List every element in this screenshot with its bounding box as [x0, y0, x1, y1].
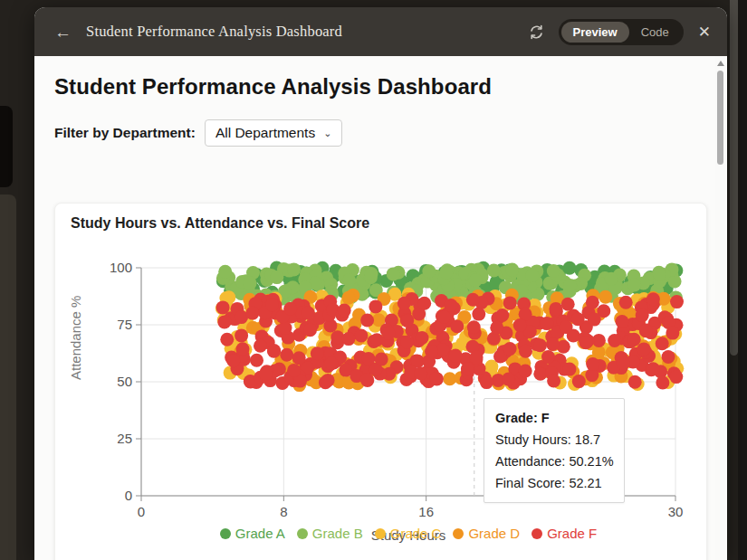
filter-row: Filter by Department: All Departments ⌄	[54, 119, 342, 147]
y-tick-label: 25	[117, 431, 132, 446]
legend-item-grade-b: Grade B	[297, 526, 363, 541]
chevron-down-icon: ⌄	[323, 128, 331, 139]
y-tick-label: 100	[110, 260, 132, 275]
x-tick-label: 0	[138, 504, 145, 519]
tooltip-attendance: Attendance: 50.21%	[495, 451, 613, 472]
legend-label: Grade C	[390, 526, 442, 541]
chart-tooltip: Grade: F Study Hours: 18.7 Attendance: 5…	[484, 398, 625, 503]
artifact-body: Student Performance Analysis Dashboard F…	[34, 56, 727, 560]
y-tick-label: 50	[117, 374, 132, 389]
legend-dot-icon	[297, 528, 308, 539]
background-right-edge	[738, 0, 747, 560]
y-tick-label: 75	[117, 317, 132, 332]
tooltip-final-score: Final Score: 52.21	[495, 472, 613, 494]
page-title: Student Performance Analysis Dashboard	[54, 74, 492, 100]
legend-label: Grade B	[312, 526, 363, 541]
x-tick-label: 16	[418, 504, 434, 519]
x-tick-label: 8	[280, 504, 287, 519]
back-button[interactable]: ←	[54, 24, 72, 41]
legend-dot-icon	[220, 528, 231, 539]
x-tick-label: 30	[668, 504, 684, 519]
legend-item-grade-a: Grade A	[220, 526, 285, 541]
legend-label: Grade A	[235, 526, 285, 541]
legend-item-grade-d: Grade D	[453, 526, 520, 541]
artifact-window: ← Student Performance Analysis Dashboard…	[34, 7, 727, 560]
department-select-value: All Departments	[215, 125, 315, 141]
legend-label: Grade F	[547, 526, 597, 541]
background-app-sidebar	[0, 195, 16, 560]
background-app-panel	[0, 106, 13, 187]
scroll-up-arrow-icon[interactable]	[717, 61, 724, 66]
legend-item-grade-f: Grade F	[532, 526, 597, 541]
artifact-title: Student Performance Analysis Dashboard	[86, 23, 342, 41]
y-axis-label: Attendance %	[68, 296, 83, 380]
filter-label: Filter by Department:	[54, 125, 196, 141]
department-select[interactable]: All Departments ⌄	[205, 119, 342, 147]
preview-tab[interactable]: Preview	[561, 22, 629, 43]
preview-code-toggle: Preview Code	[559, 19, 684, 45]
close-icon[interactable]: ✕	[698, 24, 711, 40]
legend-label: Grade D	[468, 526, 520, 541]
chart-legend: Grade AGrade BGrade CGrade DGrade F	[141, 526, 675, 541]
legend-item-grade-c: Grade C	[375, 526, 442, 541]
tooltip-grade: Grade: F	[495, 407, 613, 429]
refresh-icon[interactable]	[529, 24, 544, 40]
tooltip-study-hours: Study Hours: 18.7	[495, 429, 613, 451]
code-tab[interactable]: Code	[629, 22, 681, 43]
artifact-header: ← Student Performance Analysis Dashboard…	[34, 7, 727, 56]
y-tick-label: 0	[125, 488, 132, 503]
legend-dot-icon	[532, 528, 542, 539]
legend-dot-icon	[375, 528, 386, 539]
inner-scrollbar-thumb[interactable]	[717, 71, 723, 165]
outer-scrollbar-thumb[interactable]	[730, 0, 738, 356]
inner-scrollbar	[715, 56, 725, 560]
legend-dot-icon	[453, 528, 464, 539]
scatter-plot[interactable]: 0255075100081630	[55, 204, 708, 560]
chart-card: Study Hours vs. Attendance vs. Final Sco…	[54, 203, 707, 560]
